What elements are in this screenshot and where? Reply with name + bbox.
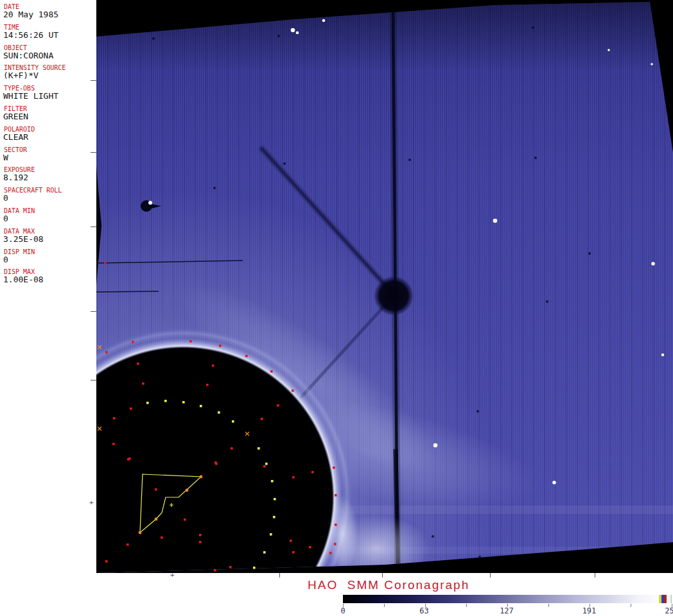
fiducial-dot-red	[142, 382, 144, 385]
metadata-label: OBJECT	[4, 44, 27, 51]
dark-speck	[546, 300, 548, 303]
metadata-value: 1.00E-08	[3, 275, 44, 284]
fiducial-dot-yellow	[253, 567, 256, 569]
dark-speck	[152, 37, 155, 40]
coronagraph-image[interactable]	[96, 0, 673, 573]
fiducial-dot-red	[113, 417, 116, 420]
fiducial-dot-red	[127, 458, 130, 461]
plus-marker: +	[89, 500, 94, 506]
metadata-value: 14:56:26 UT	[3, 31, 58, 40]
metadata-label: DATA MIN	[4, 207, 35, 214]
star-dot	[291, 28, 295, 33]
star-dot	[661, 354, 665, 357]
metadata-value: SUN:CORONA	[3, 51, 53, 60]
fiducial-dot-red	[137, 363, 139, 365]
star-dot	[433, 443, 438, 448]
fiducial-dot-red	[155, 488, 157, 491]
metadata-value: 0	[3, 255, 8, 264]
metadata-value: 3.25E-08	[3, 235, 44, 244]
colorbar-tick	[548, 604, 549, 607]
colorbar-label: 255	[665, 607, 673, 615]
colorbar-tick	[631, 604, 631, 607]
fiducial-dot-red	[105, 560, 108, 563]
fiducial-dot-red	[212, 364, 214, 367]
fiducial-dot-red	[229, 566, 232, 569]
fiducial-dot-red	[335, 524, 337, 526]
bottom-axis-tick	[490, 573, 491, 578]
fiducial-dot-yellow	[218, 411, 220, 414]
dark-speck	[432, 535, 434, 538]
fiducial-dot-red	[231, 447, 233, 450]
fiducial-dot-yellow	[270, 533, 272, 536]
metadata-value: 0	[3, 214, 8, 223]
fiducial-dot-red	[127, 543, 129, 546]
bottom-axis-tick	[279, 573, 280, 578]
fiducial-dot-yellow	[232, 420, 234, 423]
fiducial-dot-yellow	[274, 498, 276, 501]
fiducial-dot-red	[199, 534, 202, 536]
star-dot	[296, 31, 299, 35]
fiducial-dot-yellow	[273, 516, 275, 518]
fiducial-dot-red	[309, 546, 311, 549]
left-axis-tick	[91, 152, 96, 153]
dust-spot-highlight	[148, 201, 152, 205]
metadata-value: (K+F)*V	[3, 71, 39, 80]
fiducial-dot-yellow	[271, 480, 274, 483]
fiducial-dot-red	[263, 465, 266, 468]
dark-speck	[277, 35, 280, 37]
dark-speck	[213, 187, 216, 189]
fiducial-dot-red	[333, 466, 335, 469]
polygon-vertex-dot	[139, 531, 142, 535]
fiducial-dot-yellow	[200, 405, 202, 407]
coronagraph-display-window: DATE20 May 1985TIME14:56:26 UTOBJECTSUN:…	[0, 0, 673, 616]
metadata-label: DISP MIN	[4, 248, 35, 255]
scratch-line-2	[96, 291, 159, 292]
metadata-value: 0	[3, 194, 8, 203]
fiducial-dot-red	[161, 536, 163, 539]
colorbar-tick	[466, 604, 467, 607]
fiducial-dot-red	[199, 541, 202, 543]
fiducial-dot-red	[214, 569, 216, 572]
metadata-value: 8.192	[3, 173, 28, 182]
fiducial-dot-yellow	[258, 447, 260, 450]
fiducial-dot-yellow	[146, 402, 149, 404]
dark-speck	[408, 158, 411, 161]
fiducial-dot-yellow	[164, 400, 167, 402]
fiducial-dot-red	[245, 355, 248, 357]
left-axis-tick	[91, 80, 96, 81]
metadata-value: W	[3, 153, 8, 162]
left-axis-tick	[91, 227, 96, 227]
fiducial-dot-red	[292, 476, 295, 479]
metadata-value: 20 May 1985	[3, 10, 58, 19]
dark-speck	[588, 252, 591, 255]
fiducial-dot-red	[215, 463, 218, 465]
star-dot	[651, 262, 655, 266]
fiducial-dot-red	[277, 404, 279, 407]
fiducial-dot-yellow	[265, 463, 268, 465]
bottom-axis-tick	[382, 573, 383, 578]
colorbar	[343, 595, 672, 603]
fiducial-dot-red	[335, 494, 337, 497]
fiducial-dot-yellow	[182, 401, 185, 404]
fiducial-dot-red	[329, 552, 332, 554]
metadata-label: SPACECRAFT ROLL	[4, 187, 62, 194]
field-texture-group	[96, 0, 673, 573]
fiducial-dot-red	[105, 351, 108, 354]
dark-speck	[478, 556, 481, 558]
star-dot	[651, 63, 653, 65]
dark-speck	[532, 26, 534, 29]
colorbar-label: 127	[500, 607, 514, 615]
fiducial-dot-red	[311, 471, 314, 474]
fiducial-dot-red	[261, 418, 263, 420]
star-dot	[322, 19, 326, 22]
dark-speck	[476, 410, 479, 413]
fiducial-dot-red	[290, 540, 292, 542]
fiducial-dot-red	[206, 384, 209, 386]
dark-speck	[534, 157, 537, 159]
metadata-value: CLEAR	[3, 133, 28, 142]
metadata-value: WHITE LIGHT	[3, 92, 58, 101]
footer-title: HAO SMM Coronagraph	[308, 578, 469, 592]
polygon-vertex-dot	[155, 518, 158, 521]
fiducial-dot-yellow	[263, 551, 266, 554]
metadata-value: GREEN	[3, 112, 28, 121]
